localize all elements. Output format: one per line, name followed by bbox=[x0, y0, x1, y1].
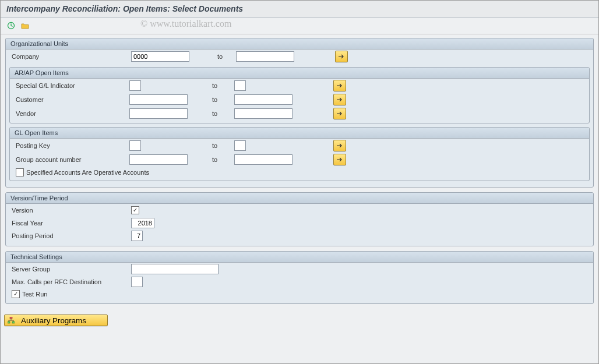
special-gl-range-button[interactable] bbox=[333, 80, 346, 91]
arrow-right-icon bbox=[337, 97, 343, 102]
posting-key-from-input[interactable] bbox=[129, 140, 141, 151]
customer-from-input[interactable] bbox=[129, 94, 188, 105]
group-header-arap: AR/AP Open Items bbox=[10, 68, 589, 79]
clock-execute-icon bbox=[7, 22, 15, 30]
folder-star-icon bbox=[21, 22, 29, 30]
label-company: Company bbox=[12, 53, 131, 60]
execute-button[interactable] bbox=[5, 20, 17, 31]
arrow-right-icon bbox=[337, 157, 343, 162]
watermark-text: © www.tutorialkart.com bbox=[140, 19, 231, 29]
label-server-group: Server Group bbox=[12, 266, 131, 273]
group-version-time: Version/Time Period Version ✓ Fiscal Yea… bbox=[5, 192, 594, 246]
label-posting-key: Posting Key bbox=[16, 142, 129, 149]
group-arap-open-items: AR/AP Open Items Special G/L Indicator t… bbox=[9, 67, 590, 123]
version-checkbox[interactable]: ✓ bbox=[131, 206, 139, 214]
group-header-org: Organizational Units bbox=[6, 38, 593, 50]
group-header-version: Version/Time Period bbox=[6, 193, 593, 204]
arrow-right-icon bbox=[339, 54, 344, 59]
company-from-input[interactable] bbox=[131, 51, 189, 62]
auxiliary-programs-label: Auxiliary Programs bbox=[21, 316, 86, 325]
arrow-right-icon bbox=[337, 83, 343, 88]
posting-period-input[interactable] bbox=[131, 231, 143, 241]
label-specified-accounts: Specified Accounts Are Operative Account… bbox=[26, 169, 149, 176]
label-test-run: Test Run bbox=[22, 291, 47, 298]
group-acct-to-input[interactable] bbox=[234, 154, 293, 165]
group-gl-open-items: GL Open Items Posting Key to Group accou… bbox=[9, 127, 590, 181]
get-variant-button[interactable] bbox=[19, 20, 31, 31]
customer-to-input[interactable] bbox=[234, 94, 293, 105]
label-special-gl: Special G/L Indicator bbox=[16, 82, 129, 89]
label-to: to bbox=[189, 53, 236, 60]
posting-key-range-button[interactable] bbox=[333, 140, 346, 151]
toolbar: © www.tutorialkart.com bbox=[1, 17, 598, 34]
label-to: to bbox=[188, 156, 234, 163]
group-acct-from-input[interactable] bbox=[129, 154, 188, 165]
label-group-acct: Group account number bbox=[16, 156, 129, 163]
label-to: to bbox=[188, 96, 234, 103]
arrow-right-icon bbox=[337, 143, 343, 148]
group-acct-range-button[interactable] bbox=[333, 154, 346, 165]
company-to-input[interactable] bbox=[236, 51, 294, 62]
label-posting-period: Posting Period bbox=[12, 232, 131, 239]
svg-rect-1 bbox=[10, 317, 12, 319]
vendor-to-input[interactable] bbox=[234, 108, 293, 119]
posting-key-to-input[interactable] bbox=[234, 140, 246, 151]
special-gl-to-input[interactable] bbox=[234, 80, 246, 91]
label-to: to bbox=[188, 142, 234, 149]
svg-rect-2 bbox=[8, 321, 10, 323]
max-calls-input[interactable] bbox=[131, 277, 143, 287]
group-header-tech: Technical Settings bbox=[6, 252, 593, 263]
vendor-range-button[interactable] bbox=[333, 108, 346, 119]
label-vendor: Vendor bbox=[16, 110, 129, 117]
specified-accounts-checkbox[interactable] bbox=[16, 168, 24, 176]
hierarchy-icon bbox=[7, 316, 15, 324]
label-to: to bbox=[188, 110, 234, 117]
group-header-gl: GL Open Items bbox=[10, 128, 589, 139]
label-version: Version bbox=[12, 207, 131, 214]
window-title: Intercompany Reconciliation: Open Items:… bbox=[1, 1, 598, 17]
svg-rect-3 bbox=[12, 321, 15, 323]
group-organizational-units: Organizational Units Company to AR/AP Op… bbox=[5, 38, 594, 188]
special-gl-from-input[interactable] bbox=[129, 80, 141, 91]
customer-range-button[interactable] bbox=[333, 94, 346, 105]
company-range-button[interactable] bbox=[335, 51, 348, 62]
test-run-checkbox[interactable]: ✓ bbox=[12, 290, 20, 298]
server-group-input[interactable] bbox=[131, 264, 219, 274]
label-to: to bbox=[188, 82, 234, 89]
vendor-from-input[interactable] bbox=[129, 108, 188, 119]
label-fiscal-year: Fiscal Year bbox=[12, 220, 131, 227]
fiscal-year-input[interactable] bbox=[131, 218, 154, 228]
label-max-calls: Max. Calls per RFC Destination bbox=[12, 278, 131, 285]
label-customer: Customer bbox=[16, 96, 129, 103]
group-technical-settings: Technical Settings Server Group Max. Cal… bbox=[5, 251, 594, 304]
auxiliary-programs-button[interactable]: Auxiliary Programs bbox=[4, 314, 108, 326]
arrow-right-icon bbox=[337, 111, 343, 116]
